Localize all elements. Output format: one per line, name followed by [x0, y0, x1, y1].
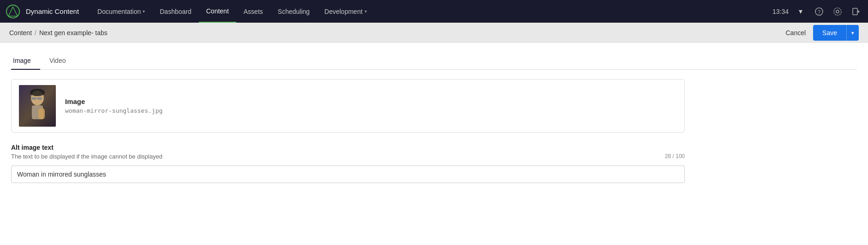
nav-time: 13:34: [772, 8, 789, 15]
svg-point-4: [836, 10, 839, 13]
tabs: Image Video: [11, 52, 857, 70]
breadcrumb-current: Next gen example- tabs: [39, 29, 108, 37]
alt-text-label: Alt image text: [11, 144, 685, 151]
nav-dropdown-icon[interactable]: ▾: [794, 5, 807, 18]
nav-item-assets[interactable]: Assets: [236, 0, 270, 23]
logout-icon[interactable]: [850, 5, 862, 18]
alt-text-description-row: The text to be displayed if the image ca…: [11, 153, 685, 164]
image-card[interactable]: Image woman-mirror-sunglasses.jpg: [11, 79, 685, 133]
nav-item-documentation[interactable]: Documentation ▾: [90, 0, 152, 23]
breadcrumb-bar: Content / Next gen example- tabs Cancel …: [0, 23, 868, 43]
alt-text-section: Alt image text The text to be displayed …: [11, 144, 685, 183]
alt-text-input[interactable]: [11, 165, 685, 183]
cancel-button[interactable]: Cancel: [778, 26, 813, 39]
nav-item-development[interactable]: Development ▾: [317, 0, 374, 23]
svg-text:?: ?: [818, 9, 820, 14]
image-info: Image woman-mirror-sunglasses.jpg: [65, 98, 162, 114]
nav-right: 13:34 ▾ ?: [772, 5, 862, 18]
app-title: Dynamic Content: [26, 7, 79, 15]
breadcrumb-actions: Cancel Save ▾: [778, 25, 859, 41]
image-filename: woman-mirror-sunglasses.jpg: [65, 107, 162, 114]
image-thumbnail: [19, 85, 56, 127]
breadcrumb-root[interactable]: Content: [9, 29, 32, 37]
app-logo[interactable]: [6, 4, 20, 19]
svg-rect-10: [31, 97, 36, 100]
alt-text-counter: 28 / 100: [665, 153, 685, 159]
nav-item-dashboard[interactable]: Dashboard: [152, 0, 199, 23]
svg-point-15: [30, 89, 45, 96]
alt-text-description: The text to be displayed if the image ca…: [11, 153, 162, 160]
chevron-down-icon: ▾: [143, 9, 145, 14]
save-button-group: Save ▾: [813, 25, 859, 41]
settings-icon[interactable]: [831, 5, 844, 18]
thumbnail-preview: [19, 85, 56, 127]
tab-image[interactable]: Image: [11, 52, 40, 70]
image-label: Image: [65, 98, 162, 105]
breadcrumb: Content / Next gen example- tabs: [9, 29, 108, 37]
tab-video[interactable]: Video: [48, 52, 75, 70]
svg-rect-14: [38, 108, 45, 119]
svg-point-5: [834, 8, 841, 15]
help-icon[interactable]: ?: [813, 5, 826, 18]
save-button[interactable]: Save: [813, 25, 846, 41]
svg-rect-11: [37, 97, 42, 100]
svg-marker-1: [8, 7, 18, 16]
breadcrumb-separator: /: [35, 29, 36, 37]
svg-rect-6: [853, 8, 857, 15]
nav-item-content[interactable]: Content: [199, 0, 236, 23]
nav-items: Documentation ▾ Dashboard Content Assets…: [90, 0, 772, 23]
main-content: Image Video: [0, 43, 868, 245]
top-navigation: Dynamic Content Documentation ▾ Dashboar…: [0, 0, 868, 23]
chevron-down-icon: ▾: [365, 9, 367, 14]
save-dropdown-button[interactable]: ▾: [846, 25, 859, 41]
nav-item-scheduling[interactable]: Scheduling: [270, 0, 317, 23]
